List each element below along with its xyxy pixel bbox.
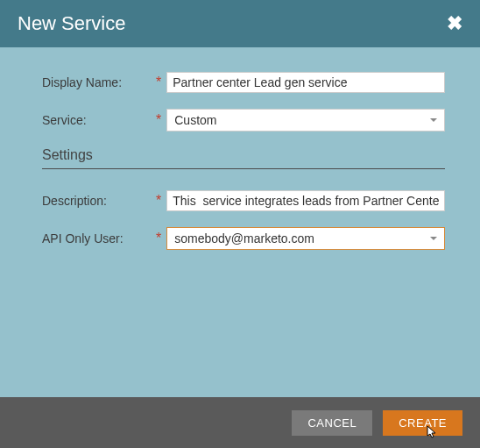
close-icon[interactable]: ✖ (447, 14, 462, 33)
dialog-title: New Service (18, 12, 125, 35)
required-marker: * (156, 231, 161, 246)
service-row: Service: * Custom (42, 109, 445, 132)
create-button[interactable]: CREATE (383, 410, 462, 436)
chevron-down-icon (430, 118, 437, 122)
cancel-button[interactable]: CANCEL (292, 410, 372, 436)
new-service-dialog: New Service ✖ Display Name: * Service: *… (0, 0, 480, 448)
description-input[interactable] (166, 190, 445, 211)
api-only-user-label: API Only User: (42, 231, 156, 245)
service-select-value: Custom (174, 113, 216, 127)
service-select[interactable]: Custom (166, 109, 445, 132)
required-marker: * (156, 75, 161, 90)
chevron-down-icon (430, 237, 437, 240)
settings-heading: Settings (42, 147, 445, 163)
description-row: Description: * (42, 190, 445, 211)
dialog-body: Display Name: * Service: * Custom Settin… (0, 47, 480, 397)
api-only-user-select[interactable]: somebody@marketo.com (166, 227, 445, 250)
description-label: Description: (42, 194, 156, 208)
service-label: Service: (42, 113, 156, 127)
section-divider (42, 168, 445, 169)
display-name-input[interactable] (166, 72, 445, 93)
required-marker: * (156, 193, 161, 209)
api-only-user-row: API Only User: * somebody@marketo.com (42, 227, 445, 250)
api-only-user-value: somebody@marketo.com (174, 231, 314, 245)
dialog-header: New Service ✖ (0, 0, 480, 47)
dialog-footer: CANCEL CREATE (0, 397, 480, 448)
display-name-label: Display Name: (42, 75, 156, 89)
display-name-row: Display Name: * (42, 72, 445, 93)
required-marker: * (156, 112, 161, 128)
